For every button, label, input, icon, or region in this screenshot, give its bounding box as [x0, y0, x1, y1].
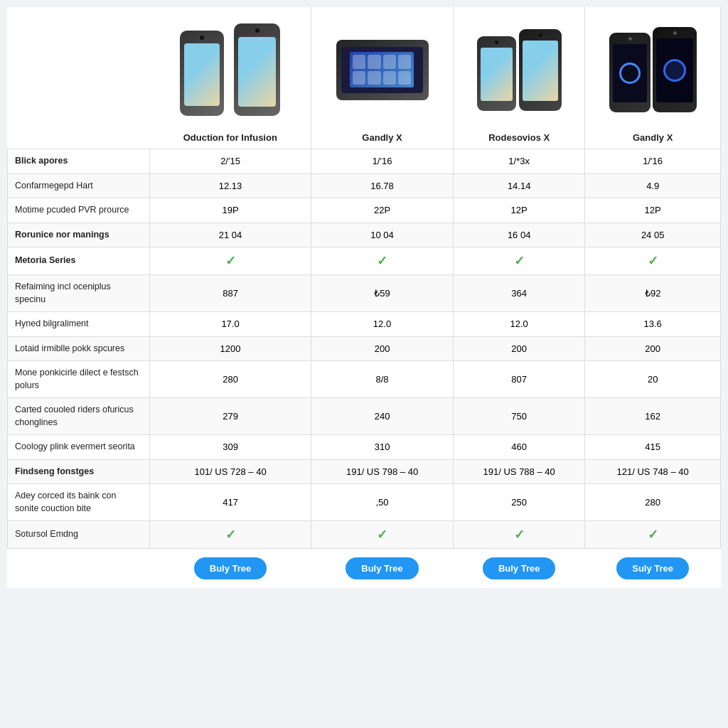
table-row-9: Carted couoled riders ofuricus chongline… [8, 398, 721, 435]
btn-cell-2: Buly Tree [311, 549, 454, 589]
phone-icon-4 [609, 27, 697, 112]
cell-13-2: ✓ [453, 521, 584, 549]
cell-0-1: 1/'16 [311, 149, 454, 174]
table-body: Blick apores2/'151/'161/*3x1/'16Confarme… [8, 149, 721, 589]
cell-9-1: 240 [311, 398, 454, 435]
table-row-5: Refaiming incl oceniplus specinu887₺5936… [8, 275, 721, 312]
row-label-13: Sotursol Emdng [8, 521, 150, 549]
cell-4-0: ✓ [150, 247, 311, 275]
cell-5-0: 887 [150, 275, 311, 312]
product-image-4 [592, 13, 713, 127]
buy-button-3[interactable]: Buly Tree [483, 557, 556, 579]
cell-7-2: 200 [453, 336, 584, 361]
cell-8-3: 20 [585, 361, 721, 398]
cell-8-1: 8/8 [311, 361, 454, 398]
header-row: Oduction for Infusion [8, 7, 721, 149]
cell-6-3: 13.6 [585, 312, 721, 337]
button-row: Buly Tree Buly Tree Buly Tree Suly Tree [8, 549, 721, 589]
cell-6-1: 12.0 [311, 312, 454, 337]
product-header-3: Rodesovios X [453, 7, 584, 149]
cell-11-2: 191/ US 788 – 40 [453, 459, 584, 484]
row-label-3: Rorunice nor manings [8, 223, 150, 247]
comparison-table: Oduction for Infusion [7, 7, 721, 588]
cell-0-0: 2/'15 [150, 149, 311, 174]
cell-11-1: 191/ US 798 – 40 [311, 459, 454, 484]
product-header-2: Gandly X [311, 7, 454, 149]
row-label-5: Refaiming incl oceniplus specinu [8, 275, 150, 312]
product-image-2 [318, 13, 446, 127]
product-name-1: Oduction for Infusion [157, 132, 304, 143]
table-row-13: Sotursol Emdng✓✓✓✓ [8, 521, 721, 549]
cell-12-2: 250 [453, 484, 584, 521]
cell-11-0: 101/ US 728 – 40 [150, 459, 311, 484]
cell-7-1: 200 [311, 336, 454, 361]
product-name-3: Rodesovios X [461, 132, 577, 143]
cell-11-3: 121/ US 748 – 40 [585, 459, 721, 484]
cell-1-3: 4.9 [585, 173, 721, 198]
cell-9-3: 162 [585, 398, 721, 435]
row-label-0: Blick apores [8, 149, 150, 174]
table-row-10: Coology plink evermert seorita3093104604… [8, 435, 721, 460]
row-label-2: Motime pcuded PVR prource [8, 198, 150, 223]
cell-10-2: 460 [453, 435, 584, 460]
cell-3-3: 24 05 [585, 223, 721, 247]
cell-4-2: ✓ [453, 247, 584, 275]
cell-0-3: 1/'16 [585, 149, 721, 174]
cell-13-0: ✓ [150, 521, 311, 549]
cell-3-2: 16 04 [453, 223, 584, 247]
empty-header [8, 7, 150, 149]
product-name-4: Gandly X [592, 132, 713, 143]
cell-2-3: 12P [585, 198, 721, 223]
cell-4-3: ✓ [585, 247, 721, 275]
table-row-0: Blick apores2/'151/'161/*3x1/'16 [8, 149, 721, 174]
btn-label-empty [8, 549, 150, 589]
phone-icon-3 [477, 29, 562, 111]
product-image-1 [157, 13, 304, 127]
cell-12-0: 417 [150, 484, 311, 521]
cell-10-3: 415 [585, 435, 721, 460]
cell-2-0: 19P [150, 198, 311, 223]
row-label-11: Findseng fonstges [8, 459, 150, 484]
phone-icon-2 [336, 40, 429, 100]
table-row-6: Hyned bilgraliment17.012.012.013.6 [8, 312, 721, 337]
cell-9-0: 279 [150, 398, 311, 435]
cell-6-2: 12.0 [453, 312, 584, 337]
cell-7-3: 200 [585, 336, 721, 361]
product-image-3 [461, 13, 577, 127]
table-row-8: Mone ponkicirle dilect e festsch polurs2… [8, 361, 721, 398]
phone-icon-1 [180, 31, 224, 116]
buy-button-4[interactable]: Suly Tree [616, 557, 689, 579]
cell-3-1: 10 04 [311, 223, 454, 247]
cell-10-0: 309 [150, 435, 311, 460]
table-row-4: Metoria Series✓✓✓✓ [8, 247, 721, 275]
table-row-12: Adey corced its baink con sonite couctio… [8, 484, 721, 521]
cell-4-1: ✓ [311, 247, 454, 275]
cell-5-2: 364 [453, 275, 584, 312]
cell-1-1: 16.78 [311, 173, 454, 198]
table-row-1: Confarmegepd Hart12.1316.7814.144.9 [8, 173, 721, 198]
table-row-2: Motime pcuded PVR prource19P22P12P12P [8, 198, 721, 223]
product-header-1: Oduction for Infusion [150, 7, 311, 149]
table-row-7: Lotaid irmiblle pokk spcures120020020020… [8, 336, 721, 361]
cell-8-0: 280 [150, 361, 311, 398]
row-label-7: Lotaid irmiblle pokk spcures [8, 336, 150, 361]
cell-8-2: 807 [453, 361, 584, 398]
buy-button-2[interactable]: Buly Tree [346, 557, 419, 579]
row-label-9: Carted couoled riders ofuricus chongline… [8, 398, 150, 435]
cell-5-3: ₺92 [585, 275, 721, 312]
cell-1-0: 12.13 [150, 173, 311, 198]
cell-5-1: ₺59 [311, 275, 454, 312]
row-label-1: Confarmegepd Hart [8, 173, 150, 198]
product-name-2: Gandly X [318, 132, 446, 143]
cell-10-1: 310 [311, 435, 454, 460]
cell-13-1: ✓ [311, 521, 454, 549]
table-row-3: Rorunice nor manings21 0410 0416 0424 05 [8, 223, 721, 247]
cell-3-0: 21 04 [150, 223, 311, 247]
cell-2-2: 12P [453, 198, 584, 223]
btn-cell-3: Buly Tree [453, 549, 584, 589]
cell-1-2: 14.14 [453, 173, 584, 198]
row-label-6: Hyned bilgraliment [8, 312, 150, 337]
row-label-12: Adey corced its baink con sonite couctio… [8, 484, 150, 521]
cell-6-0: 17.0 [150, 312, 311, 337]
buy-button-1[interactable]: Buly Tree [194, 557, 267, 579]
